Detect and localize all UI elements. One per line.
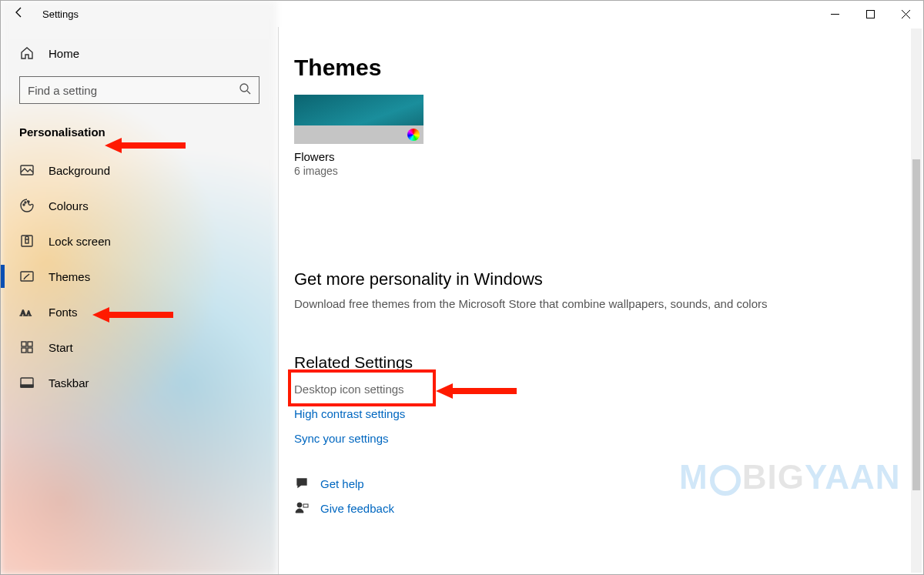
image-icon bbox=[19, 162, 35, 178]
theme-name: Flowers bbox=[294, 150, 424, 163]
svg-rect-6 bbox=[22, 236, 32, 246]
sidebar: Home Personalisation Background Colours … bbox=[1, 27, 278, 574]
link-sync-your-settings[interactable]: Sync your settings bbox=[294, 432, 389, 445]
svg-text:A: A bbox=[26, 309, 32, 317]
sidebar-home[interactable]: Home bbox=[1, 36, 278, 70]
sidebar-item-label: Colours bbox=[49, 199, 89, 212]
main-content: Themes Flowers 6 images Get more persona… bbox=[278, 27, 923, 574]
sidebar-item-label: Taskbar bbox=[49, 376, 89, 389]
theme-subtitle: 6 images bbox=[294, 165, 424, 177]
current-theme-card[interactable]: Flowers 6 images bbox=[294, 95, 424, 177]
chat-icon bbox=[294, 476, 310, 490]
svg-point-3 bbox=[23, 204, 25, 206]
sidebar-item-label: Themes bbox=[49, 270, 90, 283]
related-heading: Related Settings bbox=[294, 353, 908, 372]
brush-icon bbox=[19, 269, 35, 284]
window-title: Settings bbox=[42, 8, 79, 20]
titlebar: Settings bbox=[1, 1, 923, 27]
sidebar-item-label: Start bbox=[49, 341, 73, 354]
sidebar-item-label: Lock screen bbox=[49, 235, 111, 248]
fonts-icon: AA bbox=[19, 304, 35, 319]
link-high-contrast-settings[interactable]: High contrast settings bbox=[294, 407, 405, 420]
color-wheel-icon bbox=[407, 129, 420, 141]
svg-text:A: A bbox=[20, 308, 26, 317]
link-desktop-icon-settings[interactable]: Desktop icon settings bbox=[294, 383, 404, 396]
back-button[interactable] bbox=[13, 6, 25, 22]
svg-rect-16 bbox=[21, 385, 33, 387]
search-box[interactable] bbox=[19, 76, 259, 104]
sidebar-item-start[interactable]: Start bbox=[1, 329, 278, 365]
sidebar-item-themes[interactable]: Themes bbox=[1, 259, 278, 294]
sidebar-item-background[interactable]: Background bbox=[1, 152, 278, 188]
svg-rect-18 bbox=[303, 504, 308, 507]
svg-rect-12 bbox=[28, 342, 32, 346]
sidebar-item-label: Fonts bbox=[49, 306, 78, 319]
close-button[interactable] bbox=[888, 1, 923, 27]
more-heading: Get more personality in Windows bbox=[294, 269, 908, 289]
sidebar-item-fonts[interactable]: AA Fonts bbox=[1, 294, 278, 329]
palette-icon bbox=[19, 198, 35, 213]
scrollbar-thumb[interactable] bbox=[912, 159, 920, 490]
svg-rect-13 bbox=[22, 348, 26, 353]
help-link-label: Get help bbox=[320, 477, 364, 490]
help-link-label: Give feedback bbox=[320, 502, 394, 515]
search-icon bbox=[239, 82, 251, 98]
sidebar-item-lock-screen[interactable]: Lock screen bbox=[1, 223, 278, 259]
more-body: Download free themes from the Microsoft … bbox=[294, 297, 908, 310]
taskbar-icon bbox=[19, 375, 35, 390]
sidebar-item-colours[interactable]: Colours bbox=[1, 188, 278, 223]
svg-rect-0 bbox=[866, 10, 874, 18]
svg-point-1 bbox=[240, 84, 248, 92]
svg-rect-11 bbox=[22, 342, 26, 346]
theme-thumbnail bbox=[294, 95, 424, 144]
svg-rect-14 bbox=[28, 348, 32, 353]
sidebar-item-label: Background bbox=[49, 164, 110, 177]
feedback-icon bbox=[294, 501, 310, 515]
lockscreen-icon bbox=[19, 233, 35, 249]
maximize-button[interactable] bbox=[852, 1, 888, 27]
sidebar-section-title: Personalisation bbox=[1, 115, 278, 152]
watermark: MBIGYAAN bbox=[679, 458, 901, 496]
page-title: Themes bbox=[294, 55, 908, 81]
start-icon bbox=[19, 339, 35, 355]
link-give-feedback[interactable]: Give feedback bbox=[294, 501, 908, 515]
minimize-button[interactable] bbox=[817, 1, 852, 27]
scrollbar[interactable] bbox=[911, 28, 922, 573]
svg-point-4 bbox=[25, 202, 26, 203]
search-input[interactable] bbox=[28, 84, 229, 97]
sidebar-home-label: Home bbox=[49, 47, 79, 60]
svg-point-17 bbox=[297, 503, 302, 507]
sidebar-item-taskbar[interactable]: Taskbar bbox=[1, 365, 278, 400]
svg-rect-7 bbox=[25, 239, 28, 243]
home-icon bbox=[19, 45, 35, 61]
